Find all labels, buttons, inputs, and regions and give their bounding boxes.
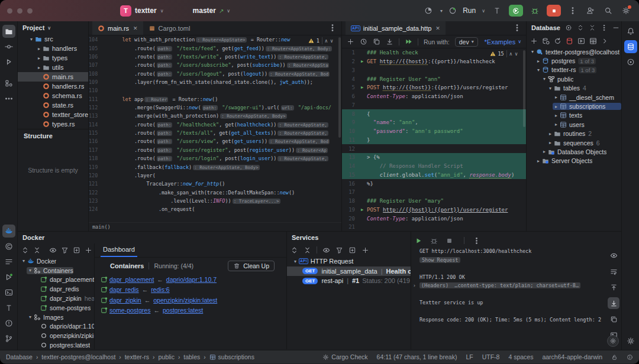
line-number[interactable]: 120 (89, 173, 110, 178)
line-number[interactable]: 8 (342, 111, 357, 117)
tree-item-tables[interactable]: ▾tables4 (527, 84, 621, 93)
chevron-down-icon[interactable]: ▾ (547, 86, 554, 91)
debug-button[interactable] (529, 5, 541, 17)
line-number[interactable]: 11 (342, 137, 357, 143)
tree-item-types[interactable]: ▸types (18, 53, 88, 63)
environment-select[interactable]: dev▾ (455, 37, 478, 47)
console-scroll-top-button[interactable] (608, 281, 619, 293)
editor-breadcrumb[interactable]: main() (89, 222, 341, 231)
zoom-window-icon[interactable] (27, 8, 33, 14)
code-editor[interactable]: 104let with_auth_protection: Router<AppS… (89, 35, 341, 222)
tree-item-main-rs[interactable]: main.rs (18, 72, 88, 82)
sidebar-item-commit[interactable] (2, 40, 15, 53)
chevron-right-icon[interactable]: ▸ (553, 113, 560, 118)
tree-item-daprio-dapr-1-10-7[interactable]: daprio/dapr:1.10.7 (18, 322, 94, 332)
line-number[interactable]: 16 (342, 181, 357, 187)
sidebar-item-structure[interactable] (2, 77, 15, 90)
line-number[interactable]: 104 (89, 37, 110, 43)
tree-item-textter-rs[interactable]: ▾textter-rs1 of 3 (527, 66, 621, 74)
container-name-link[interactable]: dapr_zipkin (109, 297, 141, 304)
console-stop-square-button[interactable] (446, 237, 453, 245)
tab-bar-options-icon[interactable] (328, 24, 337, 33)
sidebar-item-terminal[interactable] (2, 286, 15, 299)
sidebar-item-more[interactable] (2, 92, 15, 105)
toolbar-copy-button[interactable] (373, 38, 380, 46)
run-config-button[interactable] (448, 5, 457, 17)
docker-filter-button[interactable] (61, 246, 69, 254)
line-number[interactable]: 17 (342, 189, 357, 195)
line-number[interactable]: 117 (89, 147, 110, 153)
docker-expand-all-button[interactable] (21, 246, 29, 254)
line-number[interactable]: 14 (342, 163, 357, 169)
sidebar-item-settings-gear[interactable] (624, 334, 637, 347)
build-hammer-button[interactable] (491, 5, 503, 17)
breadcrumb-item[interactable]: textter-rs (125, 353, 149, 360)
sidebar-item-bell[interactable] (624, 25, 637, 38)
status-widget-64-11[interactable]: 64:11 (47 chars, 1 line break) (377, 353, 457, 360)
database-header-locate-button[interactable] (565, 24, 572, 31)
tree-item-dapr-placement[interactable]: dapr_placement (18, 275, 94, 285)
response-headers[interactable]: (Headers) …content-type: text/plain; cha… (419, 282, 580, 288)
console-soft-wrap-button[interactable] (608, 265, 619, 277)
chevron-right-icon[interactable]: ▸ (553, 95, 560, 100)
status-widget[interactable] (611, 354, 618, 360)
chevron-right-icon[interactable]: ▸ (36, 56, 43, 61)
line-number[interactable]: 110 (89, 87, 110, 93)
breadcrumb-item[interactable]: subscriptions (209, 353, 254, 360)
stop-button[interactable] (547, 5, 561, 17)
database-toolbar-datasource-settings-button[interactable] (542, 37, 550, 45)
chevron-down-icon[interactable]: ▾ (535, 67, 542, 73)
breadcrumb-item[interactable]: textter-postgres@localhost (41, 353, 115, 360)
tree-item-texts[interactable]: ▸texts (527, 111, 621, 120)
console-settings-button[interactable] (607, 335, 619, 347)
tree-item-dapr-zipkin[interactable]: dapr_zipkinhealt (18, 294, 94, 303)
line-number[interactable]: 119 (89, 164, 110, 170)
chevron-right-icon[interactable]: ▸ (535, 158, 542, 164)
chevron-right-icon[interactable]: ▸ (553, 104, 560, 109)
tree-item-textter-store-rs[interactable]: textter_store.rs (18, 110, 88, 119)
kebab-button[interactable] (567, 5, 579, 17)
container-image-link[interactable]: daprio/dapr:1.10.7 (166, 276, 217, 283)
tab-initial-sample-data-http[interactable]: APIinitial_sample_data.http✕ (346, 21, 446, 35)
status-widget-utf-8[interactable]: UTF-8 (482, 353, 500, 360)
services-add-button[interactable] (362, 246, 369, 254)
sidebar-item-endpoints[interactable] (2, 240, 15, 253)
service-request-row[interactable]: GETrest-api|#1Status: 200 (419 ms) (287, 276, 411, 286)
sidebar-item-todo[interactable] (2, 255, 15, 268)
sidebar-item-services-play[interactable] (2, 271, 15, 284)
clean-up-button[interactable]: Clean Up (228, 261, 275, 271)
line-number[interactable]: 121 (89, 181, 110, 187)
next-warning-icon[interactable]: ∨ (330, 38, 333, 44)
rerun-button[interactable] (509, 5, 523, 17)
chevron-down-icon[interactable]: ▾ (20, 258, 27, 264)
examples-dropdown[interactable]: *Examples∨ (485, 38, 521, 46)
status-breadcrumb[interactable]: Database›textter-postgres@localhost›text… (6, 353, 254, 360)
breadcrumb-item[interactable]: tables (183, 353, 200, 360)
database-toolbar-refresh-button[interactable] (554, 37, 561, 45)
docker-open-new-button[interactable] (73, 246, 80, 254)
line-number[interactable]: 3 (342, 67, 357, 73)
tree-item-src[interactable]: ▾src (18, 34, 88, 44)
database-header-minimize-button[interactable] (612, 24, 619, 31)
database-toolbar-add-button[interactable] (530, 37, 538, 45)
tree-item-handlers[interactable]: ▸handlers (18, 44, 88, 53)
breadcrumb-item[interactable]: public (158, 353, 174, 360)
status-widget-aarch64-apple-darwin[interactable]: aarch64-apple-darwin (542, 353, 602, 360)
line-number[interactable]: 1 (342, 50, 357, 56)
database-header-collapse-all-button[interactable] (589, 24, 596, 31)
tree-item-server-objects[interactable]: ▸Server Objects (527, 157, 621, 165)
sidebar-item-problems[interactable] (2, 317, 15, 330)
sidebar-item-git-branch[interactable] (2, 332, 15, 345)
tree-item-public[interactable]: ▾public (527, 74, 621, 83)
tree-item--diesel-schem[interactable]: ▸__diesel_schem (527, 93, 621, 102)
container-name-link[interactable]: dapr_placement (109, 276, 154, 283)
tree-item-containers[interactable]: ▾Containers (18, 266, 94, 275)
sidebar-item-pull-requests[interactable] (2, 56, 15, 69)
console-scroll-bottom-button[interactable] (608, 297, 619, 309)
line-number[interactable]: 19 (342, 207, 357, 213)
tab-bar-options-icon[interactable] (513, 24, 521, 33)
show-request-chip[interactable]: Show Request (419, 257, 460, 263)
line-number[interactable]: 107 (89, 62, 110, 68)
prev-warning-icon[interactable]: ∧ (325, 38, 328, 44)
line-number[interactable]: 105 (89, 46, 110, 51)
